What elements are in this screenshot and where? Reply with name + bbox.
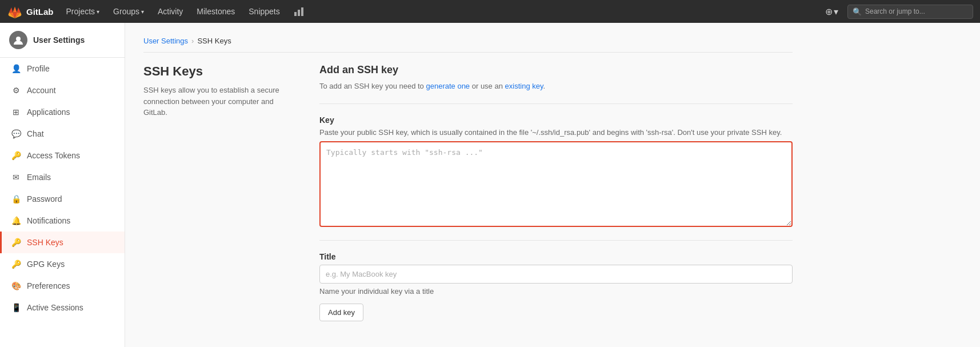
active-sessions-icon: 📱 bbox=[11, 303, 21, 312]
nav-snippets[interactable]: Snippets bbox=[243, 0, 285, 23]
chevron-down-icon: ▾ bbox=[97, 9, 99, 15]
sidebar-item-account[interactable]: ⚙ Account bbox=[0, 79, 125, 101]
access-tokens-icon: 🔑 bbox=[11, 151, 21, 160]
svg-rect-2 bbox=[301, 7, 303, 16]
sidebar-item-notifications[interactable]: 🔔 Notifications bbox=[0, 210, 125, 232]
nav-activity[interactable]: Activity bbox=[152, 0, 189, 23]
search-icon: 🔍 bbox=[853, 7, 862, 16]
emails-icon: ✉ bbox=[11, 173, 21, 182]
sidebar-item-gpg-keys[interactable]: 🔑 GPG Keys bbox=[0, 253, 125, 275]
breadcrumb-parent[interactable]: User Settings bbox=[143, 37, 188, 45]
app-layout: User Settings 👤 Profile ⚙ Account ⊞ Appl… bbox=[0, 23, 980, 347]
svg-rect-0 bbox=[294, 12, 297, 16]
nav-chart[interactable] bbox=[288, 0, 310, 23]
add-key-button[interactable]: Add key bbox=[319, 304, 363, 321]
breadcrumb-current: SSH Keys bbox=[197, 37, 231, 45]
gpg-keys-icon: 🔑 bbox=[11, 260, 21, 269]
chevron-down-icon: ▾ bbox=[141, 9, 144, 15]
sidebar: User Settings 👤 Profile ⚙ Account ⊞ Appl… bbox=[0, 23, 125, 347]
existing-key-link[interactable]: existing key bbox=[505, 82, 543, 90]
applications-icon: ⊞ bbox=[11, 107, 21, 117]
main-content: User Settings › SSH Keys SSH Keys SSH ke… bbox=[125, 23, 980, 347]
key-field-label: Key bbox=[319, 115, 793, 125]
gitlab-logo-icon bbox=[7, 3, 23, 19]
title-input[interactable] bbox=[319, 265, 793, 284]
breadcrumb-separator: › bbox=[191, 37, 194, 45]
sidebar-item-emails[interactable]: ✉ Emails bbox=[0, 166, 125, 188]
svg-point-3 bbox=[16, 37, 21, 41]
logo[interactable]: GitLab bbox=[7, 3, 54, 19]
chevron-down-icon: ▾ bbox=[834, 6, 838, 17]
title-hint: Name your individual key via a title bbox=[319, 287, 793, 296]
page-title: SSH Keys bbox=[143, 64, 292, 79]
avatar bbox=[9, 31, 27, 49]
generate-one-link[interactable]: generate one bbox=[426, 82, 470, 90]
nav-projects[interactable]: Projects ▾ bbox=[61, 0, 106, 23]
top-navigation: GitLab Projects ▾ Groups ▾ Activity Mile… bbox=[0, 0, 980, 23]
chart-icon bbox=[294, 6, 304, 17]
sidebar-item-access-tokens[interactable]: 🔑 Access Tokens bbox=[0, 145, 125, 166]
sidebar-item-password[interactable]: 🔒 Password bbox=[0, 188, 125, 210]
sidebar-item-active-sessions[interactable]: 📱 Active Sessions bbox=[0, 297, 125, 318]
divider bbox=[319, 103, 793, 104]
divider2 bbox=[319, 240, 793, 241]
logo-text: GitLab bbox=[26, 7, 54, 17]
create-button[interactable]: ⊕ ▾ bbox=[821, 4, 843, 19]
account-icon: ⚙ bbox=[11, 86, 21, 95]
key-field-description: Paste your public SSH key, which is usua… bbox=[319, 128, 793, 137]
sidebar-title: User Settings bbox=[33, 35, 85, 45]
sidebar-item-chat[interactable]: 💬 Chat bbox=[0, 123, 125, 145]
preferences-icon: 🎨 bbox=[11, 281, 21, 290]
user-icon bbox=[14, 35, 23, 45]
key-textarea[interactable] bbox=[319, 141, 793, 227]
nav-milestones[interactable]: Milestones bbox=[191, 0, 241, 23]
sidebar-item-profile[interactable]: 👤 Profile bbox=[0, 58, 125, 79]
form-section-title: Add an SSH key bbox=[319, 64, 793, 76]
ssh-keys-icon: 🔑 bbox=[11, 238, 21, 247]
page-body: SSH Keys SSH keys allow you to establish… bbox=[143, 64, 793, 321]
search-box[interactable]: 🔍 Search or jump to... bbox=[847, 5, 973, 19]
chat-icon: 💬 bbox=[11, 129, 21, 138]
page-right: Add an SSH key To add an SSH key you nee… bbox=[319, 64, 793, 321]
title-field-label: Title bbox=[319, 252, 793, 261]
page-left: SSH Keys SSH keys allow you to establish… bbox=[143, 64, 292, 321]
profile-icon: 👤 bbox=[11, 64, 21, 73]
svg-rect-1 bbox=[298, 10, 300, 16]
sidebar-item-applications[interactable]: ⊞ Applications bbox=[0, 101, 125, 123]
breadcrumb: User Settings › SSH Keys bbox=[143, 37, 793, 53]
sidebar-header: User Settings bbox=[0, 23, 125, 58]
form-hint: To add an SSH key you need to generate o… bbox=[319, 81, 793, 92]
page-description: SSH keys allow you to establish a secure… bbox=[143, 85, 292, 118]
password-icon: 🔒 bbox=[11, 194, 21, 204]
sidebar-item-preferences[interactable]: 🎨 Preferences bbox=[0, 275, 125, 297]
nav-right-actions: ⊕ ▾ 🔍 Search or jump to... bbox=[821, 4, 973, 19]
sidebar-item-ssh-keys[interactable]: 🔑 SSH Keys bbox=[0, 232, 125, 253]
notifications-icon: 🔔 bbox=[11, 216, 21, 225]
nav-groups[interactable]: Groups ▾ bbox=[107, 0, 150, 23]
